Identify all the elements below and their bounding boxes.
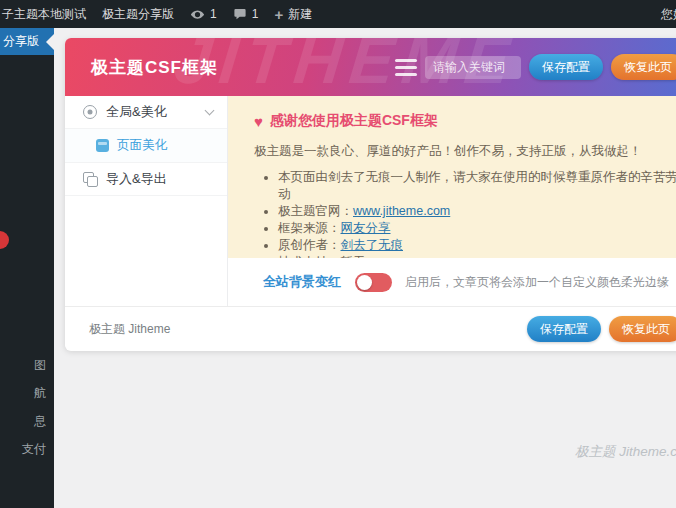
nav-group-label: 全局&美化: [106, 103, 167, 121]
setting-description: 启用后，文章页将会添加一个自定义颜色柔光边缘: [405, 274, 669, 291]
page-watermark: 极主题 Jitheme.c: [575, 443, 676, 461]
copy-icon: [83, 172, 98, 187]
search-input[interactable]: [425, 56, 521, 79]
nav-import-label: 导入&导出: [106, 170, 167, 188]
list-item: 原创作者：剑去了无痕: [278, 237, 676, 254]
header-controls: 保存配置 恢复此页 恢复全部: [395, 38, 676, 96]
adminbar-comment-counter[interactable]: 1: [233, 7, 259, 21]
panel-title: 极主题CSF框架: [91, 56, 218, 79]
target-icon: [83, 105, 97, 119]
panel-header: JITHEME 极主题CSF框架 保存配置 恢复此页 恢复全部: [65, 38, 676, 96]
setting-row-site-background: 全站背景变红 启用后，文章页将会添加一个自定义颜色柔光边缘: [228, 258, 676, 306]
bullet-text: 本页面由剑去了无痕一人制作，请大家在使用的时候尊重原作者的辛苦劳动: [278, 170, 676, 201]
footer-buttons: 保存配置 恢复此页 恢复全部: [527, 307, 676, 351]
sidebar-item-active-theme[interactable]: 分享版: [0, 28, 54, 55]
adminbar-greeting[interactable]: 您好: [661, 6, 676, 23]
plus-icon: +: [274, 7, 283, 22]
adminbar-left: 子主题本地测试 极主题分享版 1 1 + 新建: [0, 6, 312, 23]
menu-icon[interactable]: [395, 59, 417, 76]
comment-icon: [233, 7, 247, 21]
chevron-down-icon: [205, 106, 215, 116]
nav-sub-label: 页面美化: [117, 137, 167, 154]
adminbar-right: 您好: [661, 0, 676, 28]
update-badge: [0, 231, 9, 249]
setting-label: 全站背景变红: [263, 273, 341, 291]
reset-section-button-footer[interactable]: 恢复此页: [609, 316, 676, 342]
eye-icon: [190, 7, 205, 22]
list-item: 本页面由剑去了无痕一人制作，请大家在使用的时候尊重原作者的辛苦劳动: [278, 169, 676, 203]
adminbar-theme-link[interactable]: 极主题分享版: [102, 6, 174, 23]
sidebar-item-fragment[interactable]: 息: [34, 413, 46, 430]
new-label: 新建: [288, 6, 312, 23]
framework-source-link[interactable]: 网友分享: [341, 221, 391, 235]
toggle-knob: [357, 275, 372, 290]
notice-title-text: 感谢您使用极主题CSF框架: [270, 112, 438, 130]
adminbar-view-counter[interactable]: 1: [190, 7, 217, 22]
sidebar-active-label: 分享版: [3, 33, 39, 50]
csf-panel: JITHEME 极主题CSF框架 保存配置 恢复此页 恢复全部 全局&美化 页面…: [65, 38, 676, 350]
panel-nav: 全局&美化 页面美化 导入&导出: [65, 96, 228, 306]
original-author-link[interactable]: 剑去了无痕: [341, 238, 404, 252]
admin-bar: 子主题本地测试 极主题分享版 1 1 + 新建 您好: [0, 0, 676, 28]
comment-count: 1: [252, 7, 259, 21]
screen: 子主题本地测试 极主题分享版 1 1 + 新建 您好: [0, 0, 676, 508]
notice-list: 本页面由剑去了无痕一人制作，请大家在使用的时候尊重原作者的辛苦劳动 极主题官网：…: [254, 169, 676, 258]
save-config-button[interactable]: 保存配置: [529, 54, 603, 80]
background-toggle[interactable]: [355, 273, 392, 292]
list-item: 框架来源：网友分享: [278, 220, 676, 237]
nav-group-global-beautify[interactable]: 全局&美化: [65, 96, 227, 129]
nav-item-import-export[interactable]: 导入&导出: [65, 163, 227, 196]
bullet-label: 极主题官网：: [278, 204, 353, 218]
notice-intro: 极主题是一款良心、厚道的好产品！创作不易，支持正版，从我做起！: [254, 143, 676, 160]
sidebar-item-fragment[interactable]: 支付: [22, 441, 46, 458]
welcome-notice: ♥ 感谢您使用极主题CSF框架 极主题是一款良心、厚道的好产品！创作不易，支持正…: [228, 96, 676, 258]
footer-brand: 极主题 Jitheme: [89, 321, 170, 338]
bullet-label: 框架来源：: [278, 221, 341, 235]
adminbar-site-name[interactable]: 子主题本地测试: [2, 6, 86, 23]
save-config-button-footer[interactable]: 保存配置: [527, 316, 601, 342]
adminbar-new-button[interactable]: + 新建: [274, 6, 312, 23]
wp-sidebar: 分享版 图 航 息 支付: [0, 28, 54, 508]
sidebar-item-fragment[interactable]: 图: [34, 357, 46, 374]
nav-item-page-beautify[interactable]: 页面美化: [65, 129, 227, 163]
official-site-link[interactable]: www.jitheme.com: [353, 204, 450, 218]
page-icon: [96, 139, 109, 152]
sidebar-item-fragment[interactable]: 航: [34, 385, 46, 402]
list-item: 极主题官网：www.jitheme.com: [278, 203, 676, 220]
notice-title: ♥ 感谢您使用极主题CSF框架: [254, 112, 676, 130]
active-item-arrow-icon: [46, 34, 54, 50]
view-count: 1: [210, 7, 217, 21]
bullet-label: 原创作者：: [278, 238, 341, 252]
heart-icon: ♥: [254, 114, 263, 129]
reset-section-button[interactable]: 恢复此页: [611, 54, 676, 80]
panel-footer: 极主题 Jitheme 保存配置 恢复此页 恢复全部: [65, 306, 676, 351]
